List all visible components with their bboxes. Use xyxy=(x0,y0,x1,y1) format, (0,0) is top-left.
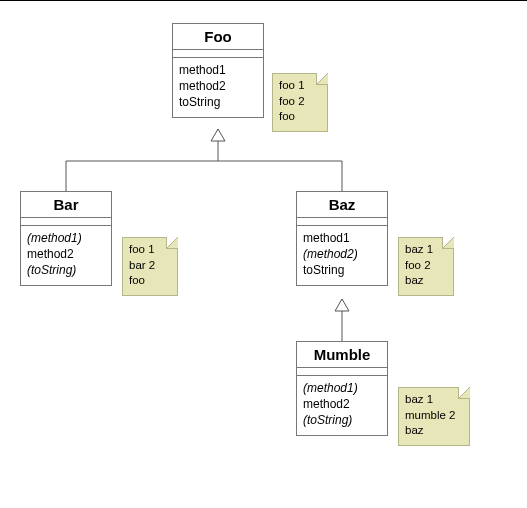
class-bar: Bar (method1) method2 (toString) xyxy=(20,191,112,286)
class-bar-attr-section xyxy=(21,218,111,226)
note-line: mumble 2 xyxy=(405,408,463,424)
class-baz-method: (method2) xyxy=(303,246,381,262)
class-mumble: Mumble (method1) method2 (toString) xyxy=(296,341,388,436)
class-foo-method: method1 xyxy=(179,62,257,78)
class-bar-method: (method1) xyxy=(27,230,105,246)
note-line: foo 1 xyxy=(129,242,171,258)
class-mumble-method: (toString) xyxy=(303,412,381,428)
class-mumble-attr-section xyxy=(297,368,387,376)
note-fold-icon xyxy=(442,237,454,249)
svg-marker-6 xyxy=(335,299,349,311)
class-bar-method: (toString) xyxy=(27,262,105,278)
class-foo-method: method2 xyxy=(179,78,257,94)
note-baz: baz 1 foo 2 baz xyxy=(398,237,454,296)
class-mumble-name: Mumble xyxy=(297,342,387,368)
class-baz-method: toString xyxy=(303,262,381,278)
note-bar: foo 1 bar 2 foo xyxy=(122,237,178,296)
class-baz-name: Baz xyxy=(297,192,387,218)
note-line: foo xyxy=(279,109,321,125)
class-foo-name: Foo xyxy=(173,24,263,50)
note-fold-icon xyxy=(316,73,328,85)
note-line: baz xyxy=(405,273,447,289)
class-foo-attr-section xyxy=(173,50,263,58)
class-foo-method: toString xyxy=(179,94,257,110)
class-baz-attr-section xyxy=(297,218,387,226)
class-mumble-methods: (method1) method2 (toString) xyxy=(297,376,387,435)
class-baz: Baz method1 (method2) toString xyxy=(296,191,388,286)
note-line: baz xyxy=(405,423,463,439)
class-mumble-method: method2 xyxy=(303,396,381,412)
note-line: foo 1 xyxy=(279,78,321,94)
class-foo: Foo method1 method2 toString xyxy=(172,23,264,118)
note-foo: foo 1 foo 2 foo xyxy=(272,73,328,132)
note-mumble: baz 1 mumble 2 baz xyxy=(398,387,470,446)
note-line: baz 1 xyxy=(405,242,447,258)
class-baz-method: method1 xyxy=(303,230,381,246)
class-foo-methods: method1 method2 toString xyxy=(173,58,263,117)
note-line: foo xyxy=(129,273,171,289)
note-fold-icon xyxy=(458,387,470,399)
class-baz-methods: method1 (method2) toString xyxy=(297,226,387,285)
note-line: baz 1 xyxy=(405,392,463,408)
class-bar-methods: (method1) method2 (toString) xyxy=(21,226,111,285)
note-fold-icon xyxy=(166,237,178,249)
svg-marker-1 xyxy=(211,129,225,141)
class-mumble-method: (method1) xyxy=(303,380,381,396)
uml-canvas: Foo method1 method2 toString foo 1 foo 2… xyxy=(0,1,527,508)
class-bar-method: method2 xyxy=(27,246,105,262)
note-line: bar 2 xyxy=(129,258,171,274)
note-line: foo 2 xyxy=(279,94,321,110)
note-line: foo 2 xyxy=(405,258,447,274)
class-bar-name: Bar xyxy=(21,192,111,218)
